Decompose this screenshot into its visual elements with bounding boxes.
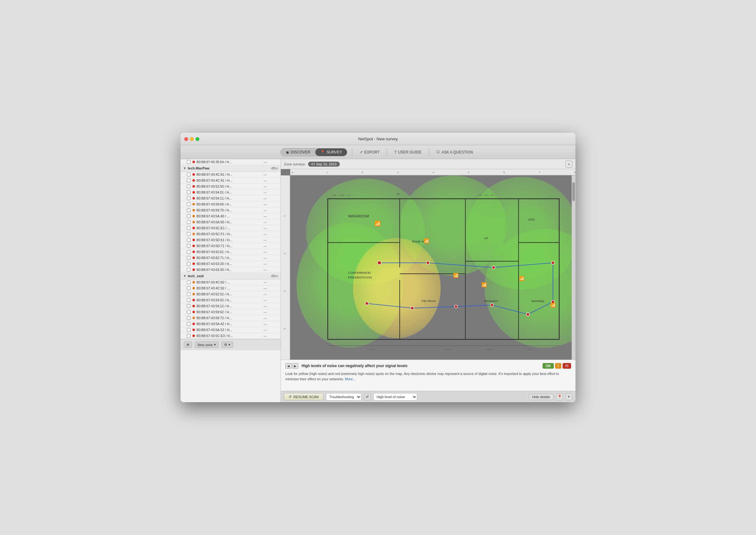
location-arrow[interactable]: ▾ [566,393,572,400]
item-checkbox[interactable] [187,316,190,320]
alert-err-button[interactable]: !!! [563,363,571,369]
group2-header[interactable]: ▼ tech_ssid dBm [181,273,280,279]
minimize-button[interactable] [190,137,194,141]
export-button[interactable]: ↗ EXPORT [357,150,382,155]
svg-rect-15 [290,180,572,355]
item-checkbox[interactable] [187,196,190,200]
item-checkbox[interactable] [187,214,190,218]
item-checkbox[interactable] [187,173,190,176]
add-zone-icon[interactable]: + [566,161,572,168]
svg-text:VP: VP [484,237,489,240]
add-zone-button[interactable]: ⊕ [184,341,192,348]
item-checkbox[interactable] [187,280,190,284]
toolbar-separator-2 [387,148,387,156]
alert-ok-button[interactable]: OK [542,363,554,369]
bottom-bar: ↺ RESUME SCAN Troubleshooting ⇄ High lev… [281,391,575,402]
item-checkbox[interactable] [187,226,190,230]
item-checkbox[interactable] [187,238,190,242]
chevron-down-icon: ▾ [214,343,216,347]
item-checkbox[interactable] [187,298,190,302]
collapse-icon-2: ▼ [183,274,187,278]
maximize-button[interactable] [195,137,199,141]
item-checkbox[interactable] [187,256,190,260]
user-guide-button[interactable]: ? USER GUIDE [392,150,424,155]
svg-text:📶: 📶 [424,239,429,244]
list-item: B0:B8:67:43:59:62 / H... — [181,309,280,315]
item-checkbox[interactable] [187,220,190,224]
alert-warn-button[interactable]: ! [555,363,561,369]
item-checkbox[interactable] [187,244,190,248]
signal-dot [192,191,195,194]
list-item: B0:B8:67:43:54:12 / H... — [181,303,280,309]
settings-chevron: ▾ [228,343,230,347]
item-checkbox[interactable] [187,292,190,296]
zone-tag[interactable]: #1 Sep 16, 2019 [308,162,340,167]
noise-level-select[interactable]: High level of noise [373,393,417,401]
item-checkbox[interactable] [187,232,190,236]
item-checkbox[interactable] [187,250,190,254]
svg-text:← 1,C →: ← 1,C → [444,348,454,351]
map-area[interactable]: 0 1 2 3 4 5 6 7 8 1 [281,169,575,360]
refresh-icon: ↺ [289,395,292,399]
list-item: B0:B8:67:43:5A:50 / H... — [181,219,280,225]
svg-text:3: 3 [397,171,399,174]
list-item: B0:B8:67:43:5A:42 / H... — [181,321,280,327]
discover-icon: ◉ [286,150,289,155]
alert-more-link[interactable]: More... [345,377,356,381]
hide-details-button[interactable]: Hide details [529,394,554,400]
item-checkbox[interactable] [187,310,190,314]
signal-dot [192,239,195,241]
item-checkbox[interactable] [187,190,190,194]
svg-text:6: 6 [503,171,505,174]
list-item: B0:B8:67:43:62:61 / H... — [181,249,280,255]
item-checkbox[interactable] [187,184,190,188]
svg-text:2: 2 [283,253,286,254]
svg-text:WASHROOM: WASHROOM [348,214,369,218]
item-checkbox[interactable] [187,322,190,326]
item-checkbox[interactable] [187,179,190,182]
item-checkbox[interactable] [187,334,190,338]
list-item: B0:B8:67:43:5C:E1 / ... — [181,225,280,231]
location-button[interactable]: 📍 [556,393,563,400]
svg-text:CEO: CEO [528,218,535,221]
list-item: B0:B8:67:43:59:72 / H... — [181,315,280,321]
svg-text:4: 4 [283,328,286,329]
resume-scan-button[interactable]: ↺ RESUME SCAN [284,393,324,400]
list-item: B0:B8:67:43:54:11 / H... — [181,195,280,201]
item-checkbox[interactable] [187,268,190,271]
discover-button[interactable]: ◉ DISCOVER [281,149,315,156]
group1-header[interactable]: ▼ tech.MacPaw dBm [181,165,280,172]
item-checkbox[interactable] [187,328,190,332]
svg-point-43 [490,303,494,307]
item-checkbox[interactable] [187,286,190,290]
close-button[interactable] [184,137,188,141]
alert-prev-button[interactable]: ◀ [285,363,292,369]
svg-text:📶: 📶 [550,302,556,308]
alert-next-button[interactable]: ▶ [292,363,298,369]
group2-list: B0:B8:67:43:4C:82 / ... — B0:B8:67:43:4C… [181,279,280,339]
signal-dot [192,311,195,313]
troubleshooting-select[interactable]: Troubleshooting [326,393,362,401]
svg-point-42 [526,313,529,316]
export-icon: ↗ [360,150,363,155]
svg-text:7: 7 [539,171,540,174]
scrollbar-thumb[interactable] [572,182,575,201]
survey-button[interactable]: 📍 SURVEY [315,149,347,156]
signal-dot [192,215,195,217]
item-checkbox[interactable] [187,202,190,206]
floor-plan: WASHROOM CONFERENCE/ PRESENTATION Break … [290,175,572,360]
item-checkbox[interactable] [187,304,190,308]
item-checkbox[interactable] [187,208,190,212]
settings-button[interactable]: ⚙ ▾ [221,341,233,348]
ask-question-button[interactable]: 🗨 ASK A QUESTION [434,150,476,155]
new-zone-button[interactable]: New zone ▾ [195,341,219,348]
svg-text:← 2,1 →: ← 2,1 → [525,348,535,351]
item-checkbox[interactable] [187,262,190,266]
troubleshooting-arrow[interactable]: ⇄ [364,393,371,400]
signal-dot [192,221,195,223]
item-checkbox[interactable] [187,160,190,164]
scrollbar-vertical[interactable] [572,175,575,360]
svg-point-37 [377,261,381,265]
list-item: B0:B8:67:43:5C:E3 / H... — [181,333,280,339]
zone-label: Zone surveys: [284,162,305,166]
